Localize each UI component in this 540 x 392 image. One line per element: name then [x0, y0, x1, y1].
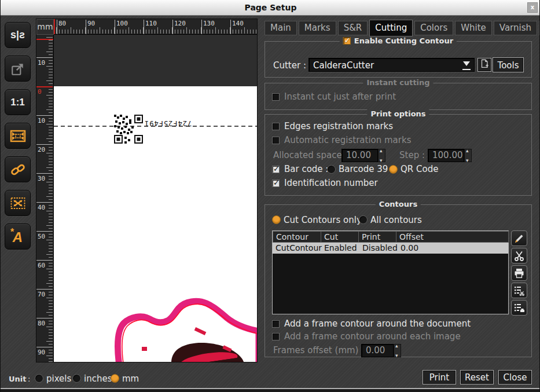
tab-marks[interactable]: Marks — [299, 21, 336, 35]
barcode39-radio[interactable] — [327, 165, 336, 174]
frames-offset-label: Frames offset (mm) : — [273, 345, 364, 356]
identification-checkbox[interactable] — [272, 179, 280, 187]
zoom-1-1-icon: 1:1 — [5, 96, 30, 108]
zoom-1-1-button[interactable]: 1:1 — [5, 89, 31, 115]
col-print[interactable]: Print — [358, 231, 396, 243]
tab-colors[interactable]: Colors — [414, 21, 453, 35]
cutter-select[interactable]: CalderaCutter — [308, 58, 475, 72]
cutter-label: Cutter : — [273, 60, 306, 71]
canvas-preview[interactable]: 724F25F491 — [54, 35, 257, 362]
unit-inches-label[interactable]: inches — [84, 373, 112, 384]
fit-to-page-icon — [10, 129, 26, 144]
ruler-unit-box: mm — [36, 19, 54, 35]
frames-offset-input[interactable]: 0.00 — [361, 344, 401, 357]
annotate-button[interactable]: * A — [5, 224, 31, 250]
unit-mm-radio[interactable] — [111, 374, 119, 383]
print-all-list-button[interactable] — [511, 300, 527, 316]
frame-image-checkbox[interactable] — [272, 333, 280, 340]
enable-cutting-checkbox[interactable] — [343, 37, 351, 45]
open-external-icon — [10, 61, 25, 76]
titlebar[interactable]: Page Setup x — [1, 0, 540, 16]
tab-white[interactable]: White — [455, 21, 492, 35]
qrcode-label: QR Code — [401, 164, 438, 174]
enable-cutting-label: Enable Cutting Contour — [354, 36, 453, 45]
spinner-buttons[interactable] — [378, 149, 385, 162]
allocated-space-label: Allocated space : — [273, 150, 347, 160]
new-cutter-button[interactable] — [477, 58, 491, 72]
unit-mm-label[interactable]: mm — [122, 373, 139, 384]
tab-varnish[interactable]: Varnish — [494, 21, 537, 35]
close-window-button[interactable]: x — [527, 2, 538, 13]
frame-image-label: Add a frame contour around each image — [284, 331, 461, 342]
barcode-checkbox[interactable] — [272, 166, 280, 173]
tab-sr[interactable]: S&R — [338, 21, 368, 35]
cutter-value: CalderaCutter — [313, 60, 374, 71]
spinner-buttons[interactable] — [464, 149, 472, 162]
print-options-legend: Print options — [367, 109, 429, 118]
table-row[interactable]: CutContour Enabled Disabled 0.00 — [273, 243, 508, 254]
auto-marks-checkbox[interactable] — [272, 137, 280, 144]
expand-button[interactable] — [5, 190, 31, 216]
unit-label: Unit — [9, 375, 26, 383]
contours-table: Contour Cut Print Offset CutContour Enab… — [272, 230, 509, 314]
qr-code — [114, 115, 143, 144]
scissors-icon — [513, 250, 525, 262]
instant-cutting-group: Instant cutting Instant cut just after p… — [265, 83, 532, 110]
unit-separator: : — [28, 375, 30, 383]
tools-button[interactable]: Tools — [493, 57, 524, 72]
mirror-pages-icon: s|s — [5, 29, 30, 41]
cut-all-list-button[interactable] — [511, 283, 527, 298]
printer-icon — [513, 268, 525, 279]
dialog-title: Page Setup — [1, 3, 540, 12]
reset-button[interactable]: Reset — [460, 370, 494, 384]
identification-label: Identification number — [284, 178, 378, 188]
list-cut-icon — [513, 285, 525, 296]
edges-marks-checkbox[interactable] — [272, 123, 280, 130]
ruler-origin-marker — [54, 19, 55, 35]
new-document-icon — [479, 58, 490, 69]
tab-cutting[interactable]: Cutting — [369, 20, 413, 36]
qrcode-radio[interactable] — [389, 165, 398, 174]
col-offset[interactable]: Offset — [396, 231, 509, 243]
page-artwork — [54, 86, 257, 362]
link-button[interactable] — [5, 156, 31, 182]
edges-marks-label: Edges registration marks — [284, 121, 393, 131]
spinner-buttons[interactable] — [394, 344, 401, 357]
window-bottom-border — [1, 388, 540, 392]
tab-main[interactable]: Main — [265, 21, 297, 35]
instant-cut-checkbox[interactable] — [272, 93, 280, 101]
document-page[interactable]: 724F25F491 — [54, 86, 257, 362]
auto-marks-label: Automatic registration marks — [284, 135, 411, 145]
all-contours-radio[interactable] — [359, 215, 368, 224]
col-contour[interactable]: Contour — [273, 231, 321, 243]
allocated-space-input[interactable]: 10.00 — [341, 149, 385, 162]
fit-to-page-button[interactable] — [5, 123, 31, 149]
print-button[interactable]: Print — [423, 370, 456, 384]
unit-inches-radio[interactable] — [72, 374, 81, 383]
settings-tabs: Main Marks S&R Cutting Colors White Varn… — [265, 21, 540, 36]
cut-contour-button[interactable] — [511, 248, 527, 263]
unit-pixels-label[interactable]: pixels — [46, 373, 71, 384]
table-header: Contour Cut Print Offset — [273, 231, 508, 243]
pencil-icon — [513, 233, 525, 244]
page-setup-dialog: Page Setup x s|s 1:1 — [0, 0, 540, 392]
vertical-ruler: 10 0 10 20 30 40 50 60 70 80 90 — [36, 35, 54, 362]
contours-legend: Contours — [376, 200, 421, 208]
link-icon — [10, 162, 25, 177]
ruler-top-marker — [36, 39, 54, 40]
print-contour-button[interactable] — [511, 265, 527, 281]
cut-contours-only-label: Cut Contours only — [284, 215, 362, 225]
dropdown-arrow-icon — [461, 60, 473, 70]
all-contours-label: All contours — [370, 215, 422, 225]
cut-contours-only-radio[interactable] — [272, 215, 281, 224]
mirror-pages-button[interactable]: s|s — [5, 22, 31, 48]
frame-document-checkbox[interactable] — [272, 320, 280, 328]
unit-pixels-radio[interactable] — [35, 374, 43, 383]
col-cut[interactable]: Cut — [321, 231, 359, 243]
step-input[interactable]: 100.00 — [428, 149, 472, 162]
enable-cutting-group: Enable Cutting Contour Cutter : CalderaC… — [265, 41, 532, 78]
edit-contour-button[interactable] — [511, 230, 527, 246]
open-external-button[interactable] — [5, 56, 31, 82]
barcode39-label: Barcode 39 — [339, 164, 388, 174]
close-button[interactable]: Close — [498, 370, 532, 384]
